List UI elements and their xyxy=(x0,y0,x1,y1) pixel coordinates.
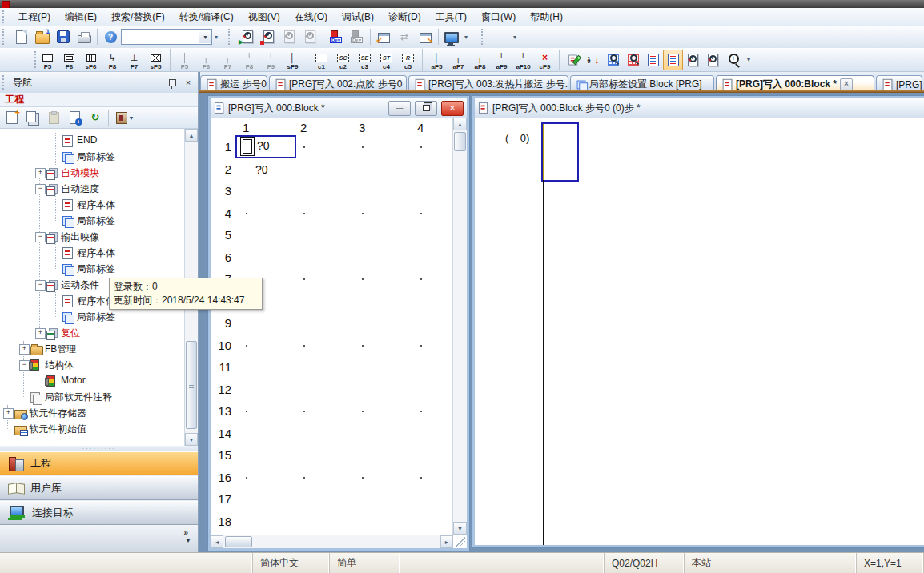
nav-sort-button[interactable]: ▼ xyxy=(111,107,139,128)
tree-item-复位[interactable]: +复位 xyxy=(0,325,184,341)
new-project-button[interactable] xyxy=(11,26,32,47)
collapse-minus-box[interactable]: − xyxy=(35,184,46,194)
toolbar-button-line-br[interactable]: ┘aF9 xyxy=(491,49,512,71)
scroll-right-arrow[interactable]: ► xyxy=(440,535,453,548)
read-from-plc-button[interactable]: ↘ xyxy=(415,26,436,47)
sfc-grid[interactable]: 1234 123456789101112131415161718 ?0 ?0 xyxy=(211,118,453,535)
toolbar-button-grid-find-red[interactable] xyxy=(623,50,643,70)
scroll-up-arrow[interactable]: ▲ xyxy=(185,129,198,142)
tree-item-软元件存储器[interactable]: +软元件存储器 xyxy=(0,405,184,421)
toolbar-button-line-bl[interactable]: └aF10 xyxy=(512,49,534,71)
toolbar-button-sort-numbers[interactable]: 19↓ xyxy=(583,50,603,70)
toolbar-grip[interactable] xyxy=(228,29,234,45)
toolbar-button-line-tr[interactable]: ┐aF7 xyxy=(448,49,469,71)
scrollbar-thumb[interactable] xyxy=(186,341,197,429)
view-button-connection[interactable]: 连接目标 xyxy=(0,501,198,525)
toolbar-grip[interactable] xyxy=(2,29,8,45)
collapse-minus-box[interactable]: − xyxy=(35,232,46,242)
toolbar-button-monitor-doc[interactable] xyxy=(643,50,663,70)
program-find-button[interactable] xyxy=(258,26,279,47)
monitor-mode-button[interactable] xyxy=(441,26,462,47)
menu-item[interactable]: 帮助(H) xyxy=(523,9,570,26)
toolbar-grip[interactable] xyxy=(2,10,8,22)
device-display-button[interactable] xyxy=(326,26,347,47)
toolbar-button-lad-corner-bl[interactable]: └F9 xyxy=(260,49,282,71)
menu-item[interactable]: 在线(O) xyxy=(287,9,335,26)
more-views-button[interactable]: » xyxy=(183,528,188,537)
expand-plus-box[interactable]: + xyxy=(19,344,30,355)
toolbar-button-lad-corner-tr[interactable]: ┐F6 xyxy=(195,49,217,71)
toolbar-button-sfc-step-striped[interactable]: sF6 xyxy=(80,49,102,71)
toolbar-grip[interactable] xyxy=(34,51,40,67)
find-disabled-button-2[interactable] xyxy=(299,26,320,47)
sfc-vertical-scrollbar[interactable]: ▲ ▼ xyxy=(452,118,467,535)
scroll-left-arrow[interactable]: ◄ xyxy=(211,535,223,548)
tree-item-局部标签[interactable]: 局部标签 xyxy=(0,213,184,229)
view-button-user-library[interactable]: 用户库 xyxy=(0,476,198,500)
help-button[interactable]: ? xyxy=(100,26,121,47)
scrollbar-thumb[interactable] xyxy=(225,536,252,547)
tree-item-自动速度[interactable]: −自动速度 xyxy=(0,181,184,197)
minimize-button[interactable]: — xyxy=(388,101,411,116)
tree-item-局部标签[interactable]: 局部标签 xyxy=(0,309,184,325)
expand-plus-box[interactable]: + xyxy=(35,168,46,178)
nav-copy-button[interactable] xyxy=(22,107,43,128)
toolbar-button-zoom[interactable] xyxy=(723,50,743,70)
tree-item-自动模块[interactable]: +自动模块 xyxy=(0,165,184,181)
toolbar-button-sfc-dummy[interactable]: sF5 xyxy=(145,49,167,71)
panel-splitter[interactable]: ········· xyxy=(0,446,198,451)
toolbar-button-lad-contact[interactable]: ┼F5 xyxy=(174,49,195,71)
pin-button[interactable] xyxy=(166,77,179,89)
toolbar-button-lad-corner-br[interactable]: ┘F8 xyxy=(239,49,260,71)
scroll-down-arrow[interactable]: ▼ xyxy=(453,522,467,535)
nav-refresh-button[interactable]: ↻ xyxy=(85,107,106,128)
toolbar-overflow-chevron[interactable]: ▾ xyxy=(462,34,470,41)
tree-item-Motor[interactable]: Motor xyxy=(0,373,184,389)
toolbar-button-doc-edit-find[interactable] xyxy=(703,50,723,70)
toolbar-button-attr-r[interactable]: Rc5 xyxy=(397,49,419,71)
tree-item-局部标签[interactable]: 局部标签 xyxy=(0,261,184,277)
ladder-edit-cursor[interactable] xyxy=(541,122,579,182)
nav-paste-button[interactable] xyxy=(43,107,64,128)
expand-plus-box[interactable]: + xyxy=(3,408,14,419)
sfc-window-titlebar[interactable]: [PRG]写入 000:Block * — ✕ xyxy=(211,98,467,118)
toolbar-button-attr-st[interactable]: STc4 xyxy=(376,49,397,71)
tree-item-结构体[interactable]: −结构体 xyxy=(0,357,184,373)
toolbar-button-sfc-step-double[interactable]: F6 xyxy=(58,49,80,71)
nav-property-button[interactable] xyxy=(64,107,85,128)
menu-item[interactable]: 转换/编译(C) xyxy=(172,9,241,26)
toolbar-button-monitor-doc-edit[interactable] xyxy=(663,50,683,70)
device-combobox[interactable]: ▼ xyxy=(121,29,212,45)
tree-item-FB管理[interactable]: +FB管理 xyxy=(0,341,184,357)
expand-plus-box[interactable]: + xyxy=(35,328,46,339)
combobox-input[interactable] xyxy=(122,30,199,43)
tree-item-软元件初始值[interactable]: 软元件初始值 xyxy=(0,421,184,437)
toolbar-overflow-chevron[interactable]: ▾ xyxy=(511,34,519,41)
toolbar-button-line-delete[interactable]: ×cF9 xyxy=(534,49,556,71)
nav-new-item-button[interactable] xyxy=(2,107,22,128)
toolbar-button-doc-find[interactable] xyxy=(683,50,703,70)
toolbar-button-attr-se[interactable]: SEc3 xyxy=(354,49,376,71)
tree-item-程序本体[interactable]: 程序本体 xyxy=(0,245,184,261)
open-project-button[interactable] xyxy=(32,26,53,47)
scrollbar-thumb[interactable] xyxy=(454,132,466,151)
toolbar-overflow-chevron[interactable]: ▾ xyxy=(212,34,220,41)
chevron-down-icon[interactable]: ▼ xyxy=(185,537,191,544)
menu-item[interactable]: 工具(T) xyxy=(428,9,474,26)
toolbar-button-attr-none[interactable]: c1 xyxy=(311,49,332,71)
toolbar-grip[interactable] xyxy=(481,29,487,45)
toolbar-overflow-chevron[interactable]: ▾ xyxy=(745,56,753,63)
collapse-minus-box[interactable]: − xyxy=(35,280,46,291)
ladder-window-titlebar[interactable]: [PRG]写入 000:Block 步号0 (0)步 * xyxy=(475,98,924,118)
close-button[interactable]: ✕ xyxy=(441,101,464,116)
print-button[interactable] xyxy=(74,26,94,47)
toolbar-button-line-v[interactable]: │aF5 xyxy=(426,49,448,71)
menu-item[interactable]: 搜索/替换(F) xyxy=(104,9,172,26)
view-button-project[interactable]: 工程 xyxy=(0,451,198,475)
save-project-button[interactable] xyxy=(53,26,74,47)
menu-item[interactable]: 窗口(W) xyxy=(474,9,523,26)
tree-item-输出映像[interactable]: −输出映像 xyxy=(0,229,184,245)
restore-button[interactable] xyxy=(415,101,437,116)
toolbar-button-sfc-end[interactable]: ⊥F7 xyxy=(123,49,145,71)
scroll-up-arrow[interactable]: ▲ xyxy=(453,118,467,130)
